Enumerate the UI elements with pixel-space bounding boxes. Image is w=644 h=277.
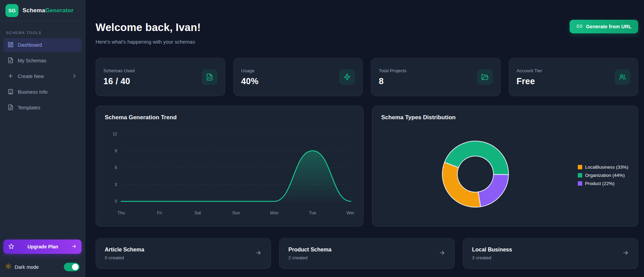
sidebar-item-label: My Schemas: [18, 58, 46, 63]
upgrade-plan-label: Upgrade Plan: [27, 244, 58, 249]
app-logo: SG SchemaGenerator: [0, 0, 85, 21]
legend-swatch: [578, 181, 582, 186]
legend-item-organization: Organization (44%): [578, 173, 628, 178]
page-header: Welcome back, Ivan! Here's what's happen…: [96, 0, 638, 45]
sidebar-nav: Dashboard My Schemas Create New Business…: [0, 38, 85, 117]
svg-text:12: 12: [113, 132, 117, 136]
legend-label: Product (22%): [585, 181, 614, 186]
svg-text:9: 9: [115, 149, 117, 153]
logo-badge: SG: [5, 4, 18, 17]
arrow-right-icon: [622, 249, 629, 258]
stats-row: Schemas Used 16 / 40 Usage 40% Total Pro…: [96, 58, 638, 96]
users-icon: [615, 69, 630, 85]
stat-value: 16 / 40: [103, 76, 135, 86]
stat-value: 8: [379, 76, 406, 86]
chevron-right-icon: [71, 73, 77, 80]
sidebar-item-label: Templates: [18, 105, 40, 110]
quick-card-title: Product Schema: [288, 247, 331, 253]
svg-text:Tue: Tue: [309, 211, 316, 215]
stat-card-usage: Usage 40%: [233, 58, 363, 96]
charts-row: Schema Generation Trend 036912ThuFriSatS…: [96, 106, 638, 227]
distribution-chart-title: Schema Types Distribution: [381, 114, 629, 121]
sidebar-item-label: Create New: [18, 74, 44, 79]
file-code-icon: [202, 69, 217, 85]
quick-card-title: Local Business: [472, 247, 512, 253]
toggle-knob: [72, 264, 78, 270]
legend-label: Organization (44%): [585, 173, 625, 178]
sidebar-item-create-new[interactable]: Create New: [3, 70, 82, 83]
legend-item-product: Product (22%): [578, 181, 628, 186]
sidebar: SG SchemaGenerator SCHEMA TOOLS Dashboar…: [0, 0, 85, 277]
arrow-right-icon: [71, 244, 77, 250]
file-text-icon: [8, 104, 14, 111]
upgrade-plan-button[interactable]: Upgrade Plan: [3, 240, 82, 254]
sidebar-item-dashboard[interactable]: Dashboard: [3, 38, 82, 52]
dashboard-grid-icon: [8, 42, 14, 49]
stat-card-account-tier: Account Tier Free: [509, 58, 639, 96]
zap-icon: [339, 69, 355, 85]
stat-card-schemas-used: Schemas Used 16 / 40: [96, 58, 225, 96]
legend-swatch: [578, 165, 582, 169]
sidebar-section-label: SCHEMA TOOLS: [0, 21, 85, 38]
svg-text:Sun: Sun: [232, 211, 240, 215]
quick-card-product-schema[interactable]: Product Schema 2 created: [279, 238, 455, 269]
sidebar-item-business-info[interactable]: Business Info: [3, 85, 82, 99]
quick-card-subtitle: 3 created: [472, 255, 512, 260]
folder-open-icon: [477, 69, 493, 85]
quick-card-subtitle: 0 created: [105, 255, 144, 260]
svg-text:0: 0: [115, 199, 117, 204]
generate-from-url-label: Generate from URL: [586, 24, 631, 29]
svg-text:Wed: Wed: [346, 211, 354, 215]
svg-text:3: 3: [115, 182, 117, 187]
stat-label: Usage: [241, 68, 259, 73]
stat-label: Total Projects: [379, 68, 406, 73]
legend-item-localbusiness: LocalBusiness (33%): [578, 165, 628, 170]
legend-swatch: [578, 173, 582, 178]
quick-card-title: Article Schema: [105, 247, 144, 253]
quick-cards-row: Article Schema 0 created Product Schema …: [96, 238, 638, 269]
svg-text:Mon: Mon: [270, 211, 278, 215]
quick-card-subtitle: 2 created: [288, 255, 331, 260]
legend-label: LocalBusiness (33%): [585, 165, 628, 170]
distribution-chart-card: Schema Types Distribution LocalBusiness …: [372, 106, 638, 227]
star-icon: [8, 243, 14, 250]
dark-mode-row: Dark mode: [0, 258, 85, 277]
page-title: Welcome back, Ivan!: [96, 21, 201, 34]
arrow-right-icon: [439, 249, 445, 258]
generate-from-url-button[interactable]: Generate from URL: [570, 20, 638, 33]
page-subtitle: Here's what's happening with your schema…: [96, 39, 201, 45]
stat-label: Account Tier: [517, 68, 542, 73]
svg-text:6: 6: [115, 165, 117, 170]
donut-legend: LocalBusiness (33%)Organization (44%)Pro…: [578, 165, 628, 186]
svg-text:Fri: Fri: [157, 211, 162, 215]
dark-mode-toggle[interactable]: [64, 263, 80, 271]
sidebar-item-label: Business Info: [18, 89, 47, 95]
donut-chart-area: LocalBusiness (33%)Organization (44%)Pro…: [381, 121, 629, 218]
arrow-right-icon: [255, 249, 262, 258]
stat-label: Schemas Used: [103, 68, 135, 73]
sun-icon: [5, 263, 11, 271]
sidebar-item-my-schemas[interactable]: My Schemas: [3, 54, 82, 67]
trend-chart-card: Schema Generation Trend 036912ThuFriSatS…: [96, 106, 363, 227]
svg-text:Sat: Sat: [195, 211, 201, 215]
stat-value: Free: [517, 76, 542, 86]
main-content: Welcome back, Ivan! Here's what's happen…: [85, 0, 644, 277]
app-name: SchemaGenerator: [23, 7, 73, 14]
stat-card-total-projects: Total Projects 8: [371, 58, 501, 96]
sidebar-item-label: Dashboard: [18, 42, 42, 48]
svg-text:Thu: Thu: [117, 211, 125, 215]
building-icon: [8, 89, 14, 96]
quick-card-article-schema[interactable]: Article Schema 0 created: [96, 238, 271, 269]
dark-mode-label: Dark mode: [15, 264, 39, 270]
file-code-icon: [8, 57, 14, 64]
sidebar-item-templates[interactable]: Templates: [3, 101, 82, 114]
trend-chart-title: Schema Generation Trend: [105, 114, 354, 121]
trend-line-chart: 036912ThuFriSatSunMonTueWed: [105, 124, 354, 219]
stat-value: 40%: [241, 76, 259, 86]
donut-chart: [439, 138, 512, 210]
plus-icon: [8, 73, 14, 80]
quick-card-local-business[interactable]: Local Business 3 created: [463, 238, 638, 269]
link-icon: [576, 23, 583, 30]
